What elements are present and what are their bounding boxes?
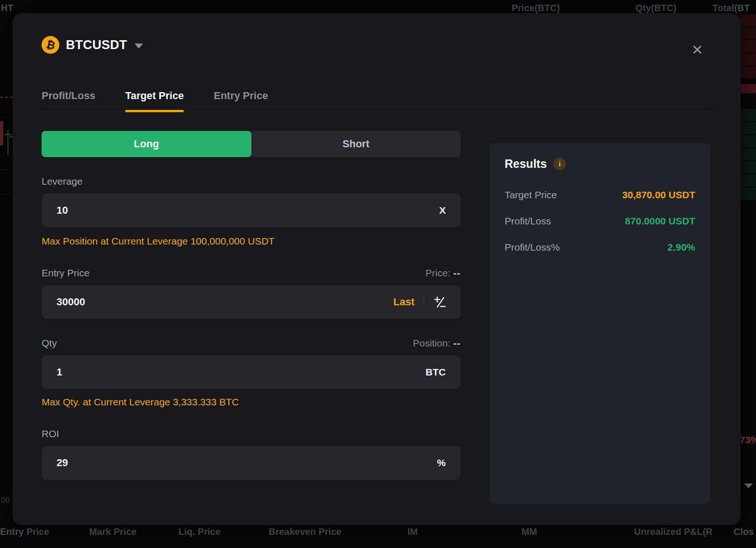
qty-label: Qty [42,338,57,349]
qty-row: Qty Position: -- [42,338,461,349]
bid-row [741,161,756,174]
chart-dashed-price-line [0,97,13,98]
scroll-down-caret-icon[interactable] [744,483,753,488]
chart-red-candle [0,121,3,145]
btc-glyph: ₿ [45,38,56,52]
tab-bar: Profit/Loss Target Price Entry Price [42,90,712,112]
pair-title: BTCUSDT [66,38,127,52]
position-hint: Position: -- [413,338,461,349]
results-panel: Results i Target Price 30,870.00 USDT Pr… [490,143,710,504]
bg-watermark: HT [1,3,14,14]
ask-row [741,27,756,40]
max-position-helper: Max Position at Current Leverage 100,000… [42,236,461,247]
short-button[interactable]: Short [251,131,461,157]
result-value: 30,870.00 USDT [622,189,695,201]
result-value: 870.0000 USDT [625,216,695,227]
price-hint: Price: -- [425,267,461,279]
modal-header: ₿ BTCUSDT [42,13,712,53]
close-button[interactable]: ✕ [692,43,703,57]
tab-profit-loss[interactable]: Profit/Loss [42,90,95,112]
bid-row [741,109,756,122]
max-qty-helper: Max Qty. at Current Leverage 3,333.333 B… [42,397,461,408]
result-row-profit-loss: Profit/Loss 870.0000 USDT [505,216,695,227]
price-hint-value: -- [453,267,461,278]
chevron-down-icon [135,43,143,49]
roi-label: ROI [42,428,461,440]
positions-header-liq-price: Liq. Price [178,526,221,537]
entry-price-field: Last [42,285,461,319]
ask-row [741,53,756,66]
chart-gridline [0,194,12,195]
bid-row [741,187,756,200]
entry-price-row: Entry Price Price: -- [42,267,461,279]
screen: HT Price(BTC) Qty(BTC) Total(BT 00 73% E… [0,0,756,548]
leverage-label: Leverage [42,176,461,187]
chart-green-candle-body [4,134,12,135]
calculator-modal: ₿ BTCUSDT ✕ Profit/Loss Target Price Ent… [13,13,741,525]
positions-header-mark-price: Mark Price [89,526,136,537]
qty-suffix: BTC [426,367,446,378]
tab-target-price[interactable]: Target Price [125,90,184,112]
chart-time-label: 00 [1,496,10,505]
bid-row [741,135,756,148]
position-hint-value: -- [453,338,461,348]
bid-row [741,148,756,161]
ask-row [741,14,756,27]
calculator-form: Long Short Leverage X Max Position at Cu… [42,131,461,480]
long-button[interactable]: Long [42,131,251,157]
leverage-input[interactable] [57,204,439,216]
roi-input[interactable] [57,457,437,469]
ask-row [741,40,756,53]
orderbook-header-total: Total(BT [713,3,750,14]
bid-row [741,122,756,135]
result-row-profit-loss-percent: Profit/Loss% 2.90% [505,242,695,253]
qty-field: BTC [42,355,461,389]
positions-header-im: IM [407,526,418,537]
tab-entry-price[interactable]: Entry Price [214,90,268,112]
chart-gridline [0,169,12,170]
leverage-field: X [42,194,461,227]
positions-header-close: Clos [734,526,754,537]
orderbook-header-price: Price(BTC) [512,3,560,14]
side-toggle: Long Short [42,131,461,157]
result-value: 2.90% [667,242,695,253]
result-label: Target Price [505,189,557,201]
positions-header-breakeven: Breakeven Price [269,526,342,537]
result-row-target-price: Target Price 30,870.00 USDT [505,189,695,201]
depth-percent-label: 73% [740,434,756,446]
btc-coin-icon: ₿ [42,36,59,54]
entry-price-label: Entry Price [42,267,90,279]
orderbook-header-qty: Qty(BTC) [635,3,677,14]
leverage-suffix: X [439,205,446,216]
info-icon[interactable]: i [553,158,566,170]
use-last-price-button[interactable]: Last [393,296,414,308]
chart-green-candle-wick [7,130,8,155]
result-label: Profit/Loss% [505,242,560,253]
roi-field: % [42,446,461,480]
ask-row [741,66,756,79]
results-header: Results i [505,157,695,171]
bid-row [741,174,756,187]
pair-selector-button[interactable]: BTCUSDT [66,38,143,52]
positions-header-unrealized-pnl: Unrealized P&L(R [634,526,713,537]
positions-header-entry-price: Entry Price [0,526,50,537]
plus-minus-icon [434,296,446,308]
chart-orange-tick [9,137,13,137]
plus-minus-toggle-button[interactable] [434,296,446,308]
divider [424,296,424,308]
ask-row-highlight [741,84,756,94]
qty-input[interactable] [57,366,426,378]
chart-gridline [0,117,12,117]
result-label: Profit/Loss [505,216,551,227]
positions-header-mm: MM [521,526,537,537]
position-hint-label: Position: [413,338,451,348]
entry-price-input[interactable] [57,296,393,308]
results-title: Results [505,157,547,171]
roi-suffix: % [437,457,446,469]
price-hint-label: Price: [425,267,450,278]
